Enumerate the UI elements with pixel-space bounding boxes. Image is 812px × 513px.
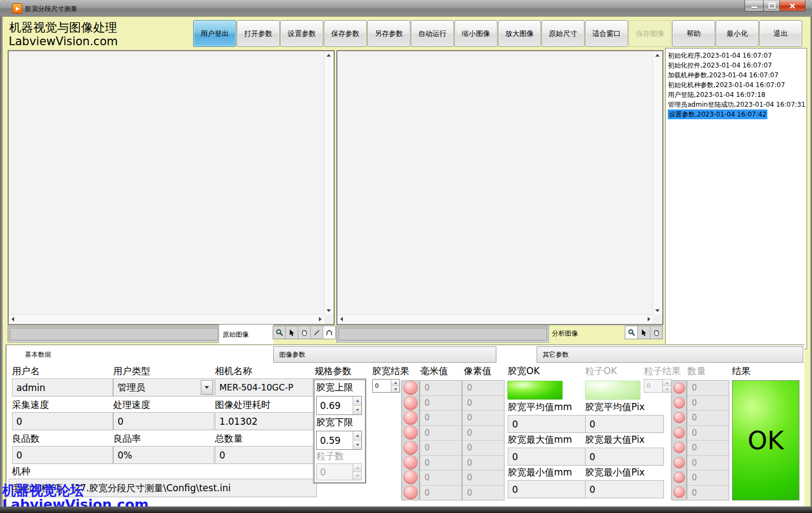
status-led: [673, 472, 685, 484]
px-value: 0: [463, 411, 504, 426]
status-led: [403, 485, 418, 500]
toolbar-button-exit[interactable]: 退出: [759, 20, 802, 47]
glue-ok-header: 胶宽OK: [508, 365, 540, 377]
spinner-arrows[interactable]: [353, 396, 361, 414]
usertype-value: 管理员: [118, 381, 145, 394]
hand-icon[interactable]: [298, 326, 311, 339]
lower-limit-value[interactable]: 0.59: [317, 431, 353, 449]
maximize-button[interactable]: [763, 1, 780, 11]
mm-value: 0: [420, 441, 462, 456]
scroll-left-icon[interactable]: [9, 315, 17, 323]
scroll-down-icon[interactable]: [653, 307, 661, 315]
proc-speed-field: 0: [113, 412, 214, 430]
analysis-horizontal-scrollbar[interactable]: [337, 314, 653, 324]
spinner-arrows: [353, 464, 361, 480]
count-value: 0: [687, 441, 729, 456]
camera-field[interactable]: MER-504-10GC-P: [215, 378, 316, 396]
good-rate-field: 0%: [113, 446, 214, 464]
glue-max-pix-field: 0: [585, 448, 664, 466]
spinner-arrows[interactable]: [353, 431, 361, 449]
polygon-tool-icon[interactable]: [323, 326, 335, 339]
log-entry[interactable]: 初始化机种参数,2023-01-04 16:07:07: [668, 80, 804, 90]
elapsed-label: 图像处理耗时: [215, 399, 270, 411]
toolbar-button-logout[interactable]: 用户登出: [193, 20, 236, 47]
particle-count-label: 粒子数: [316, 450, 344, 462]
original-status-bar: [8, 326, 220, 343]
toolbar-button-original-size[interactable]: 原始尺寸: [542, 20, 585, 47]
upper-limit-spinner[interactable]: 0.69: [316, 396, 362, 415]
status-led: [403, 470, 418, 485]
spinner-arrows: [662, 380, 671, 392]
camera-label: 相机名称: [215, 365, 252, 377]
log-entry-selected[interactable]: 设置参数,2023-01-04 16:07:42: [668, 109, 767, 119]
status-led: [673, 382, 685, 394]
chevron-down-icon[interactable]: [201, 380, 213, 395]
toolbar-button-help[interactable]: 帮助: [672, 20, 715, 47]
glue-avg-pix-label: 胶宽平均值Pix: [585, 401, 645, 413]
event-log[interactable]: 初始化程序,2023-01-04 16:07:07 初始化控件,2023-01-…: [665, 48, 807, 349]
toolbar-button-set-params[interactable]: 设置参数: [280, 20, 323, 47]
original-tool-palette: [273, 326, 336, 339]
log-entry[interactable]: 管理员admin登陆成功,2023-01-04 16:07:31: [668, 100, 804, 109]
analysis-vertical-scrollbar[interactable]: [653, 51, 662, 315]
scroll-right-icon[interactable]: [316, 315, 324, 323]
toolbar-button-zoom-out[interactable]: 缩小图像: [454, 20, 497, 47]
toolbar-button-zoom-in[interactable]: 放大图像: [498, 20, 541, 47]
count-value: 0: [687, 471, 729, 486]
scroll-down-icon[interactable]: [324, 307, 333, 315]
log-entry[interactable]: 加载机种参数,2023-01-04 16:07:07: [668, 70, 804, 80]
scroll-left-icon[interactable]: [337, 315, 346, 323]
tab-image-params[interactable]: 图像参数: [273, 346, 496, 363]
particle-result-header: 粒子结果: [644, 365, 681, 377]
upper-limit-value[interactable]: 0.69: [317, 396, 353, 414]
log-entry[interactable]: 初始化控件,2023-01-04 16:07:07: [668, 60, 804, 70]
acq-speed-field: 0: [12, 412, 113, 430]
cursor-icon[interactable]: [638, 326, 650, 339]
magnifier-icon[interactable]: [273, 326, 286, 339]
log-entry[interactable]: 用户登陆,2023-01-04 16:07:18: [668, 90, 804, 100]
original-horizontal-scrollbar[interactable]: [9, 314, 324, 324]
username-field[interactable]: admin: [12, 378, 113, 396]
log-entry[interactable]: 初始化程序,2023-01-04 16:07:07: [668, 51, 804, 60]
cursor-icon[interactable]: [286, 326, 298, 339]
usertype-dropdown[interactable]: 管理员: [113, 378, 214, 396]
lower-limit-spinner[interactable]: 0.59: [316, 431, 362, 450]
toolbar-button-auto-run[interactable]: 自动运行: [411, 20, 454, 47]
title-bar: 胶宽分段尺寸测量: [0, 0, 812, 16]
mm-column-header: 毫米值: [420, 365, 448, 377]
line-tool-icon[interactable]: [311, 326, 323, 339]
count-column-header: 数量: [687, 365, 706, 377]
hand-icon[interactable]: [650, 326, 662, 339]
mm-value: 0: [420, 486, 462, 500]
mm-value: 0: [420, 381, 462, 396]
particle-result-index-value: 0: [644, 380, 662, 392]
mm-value: 0: [420, 471, 462, 486]
magnifier-icon[interactable]: [625, 326, 638, 339]
glue-result-index-value[interactable]: 0: [373, 380, 391, 392]
glue-result-index-spinner[interactable]: 0: [372, 379, 400, 393]
toolbar-button-saveas-params[interactable]: 另存参数: [367, 20, 410, 47]
original-vertical-scrollbar[interactable]: [324, 51, 334, 315]
px-value: 0: [463, 396, 504, 411]
scroll-up-icon[interactable]: [653, 51, 661, 59]
toolbar-button-save-params[interactable]: 保存参数: [324, 20, 367, 47]
tab-other-params[interactable]: 其它参数: [537, 346, 803, 363]
status-led: [403, 381, 418, 395]
minimize-button[interactable]: [745, 1, 764, 11]
original-image-viewer: [8, 50, 335, 325]
scroll-right-icon[interactable]: [645, 315, 653, 323]
glue-min-mm-field: 0: [508, 480, 587, 498]
spinner-arrows[interactable]: [391, 380, 399, 392]
toolbar-button-open-params[interactable]: 打开参数: [237, 20, 280, 47]
px-value: 0: [463, 441, 504, 456]
status-led: [403, 396, 418, 411]
px-value: 0: [463, 426, 504, 441]
maximize-icon: [768, 3, 776, 9]
close-button[interactable]: [779, 1, 805, 11]
toolbar-button-fit-window[interactable]: 适合窗口: [585, 20, 628, 47]
tab-basic-data[interactable]: 基本数据: [25, 350, 51, 359]
status-led: [673, 486, 685, 498]
particle-count-spinner: 0: [316, 463, 362, 480]
scroll-up-icon[interactable]: [324, 51, 333, 59]
toolbar-button-minimize-app[interactable]: 最小化: [716, 20, 759, 47]
